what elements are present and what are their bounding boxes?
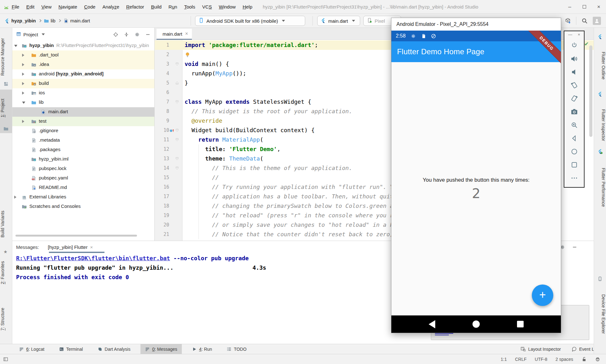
menu-vcs[interactable]: VCS — [199, 4, 215, 9]
folder-gray-icon[interactable] — [3, 126, 9, 131]
stripe-item-flutter-performance[interactable]: Flutter Performance — [594, 156, 606, 218]
project-panel-title[interactable]: Project — [23, 32, 38, 37]
project-tree-row[interactable]: main.dart — [12, 107, 155, 117]
stripe-item-resource-manager[interactable]: Resource Manager — [0, 33, 12, 81]
menu-help[interactable]: Help — [239, 4, 256, 9]
chevron-right-icon[interactable] — [22, 120, 24, 123]
emulator-zoom-button[interactable] — [564, 118, 584, 132]
breadcrumb-item[interactable]: lib — [44, 18, 56, 23]
console-link[interactable]: R:\Flutter\FlutterSDK\flutter\bin\flutte… — [16, 255, 170, 261]
project-tree-row[interactable]: YMLpubspec.yaml — [12, 173, 155, 183]
locate-icon[interactable] — [113, 32, 118, 37]
nav-overview-button[interactable] — [517, 321, 524, 327]
stripe-item-2-favorites[interactable]: 2: Favorites — [0, 257, 12, 288]
menu-code[interactable]: Code — [81, 4, 99, 9]
project-tree-row[interactable]: hyzp_yibinR:\FlutterProject\FlutterProje… — [12, 41, 155, 50]
flutter-green-icon[interactable] — [597, 149, 603, 154]
horizontal-scrollbar[interactable] — [15, 235, 137, 237]
minimize-icon[interactable]: – — [562, 4, 577, 10]
project-tree-row[interactable]: .idea — [12, 60, 155, 69]
status-item[interactable]: CRLF — [515, 357, 527, 362]
emulator-overview-button[interactable] — [564, 158, 584, 171]
hide-icon[interactable] — [572, 244, 577, 250]
menu-analyze[interactable]: Analyze — [99, 4, 122, 9]
search-icon[interactable] — [581, 18, 588, 24]
project-tree-row[interactable]: iREADME.md — [12, 183, 155, 192]
toolwindow-button-terminal[interactable]: Terminal — [55, 344, 87, 354]
breadcrumb-item[interactable]: hyzp_yibin — [4, 18, 36, 23]
project-tree-row[interactable]: .packages — [12, 145, 155, 155]
override-icon[interactable] — [169, 128, 175, 133]
status-item[interactable]: UTF-8 — [535, 357, 547, 362]
project-tree-row[interactable]: pubspec.lock — [12, 164, 155, 173]
chevron-down-icon[interactable] — [14, 45, 17, 47]
vertical-scrollbar[interactable] — [589, 45, 592, 137]
menu-run[interactable]: Run — [165, 4, 181, 9]
tool-window-toggle-icon[interactable] — [3, 357, 8, 362]
settings-icon[interactable] — [134, 32, 140, 37]
toolwindow-button-0-messages[interactable]: 0: Messages — [140, 344, 181, 354]
close-tab-icon[interactable]: × — [90, 244, 93, 250]
increment-fab-button[interactable]: + — [532, 285, 553, 306]
stripe-item-flutter-inspector[interactable]: Flutter Inspector — [594, 99, 606, 151]
fold-open-icon[interactable] — [175, 166, 179, 171]
flutter-icon[interactable] — [597, 34, 603, 39]
avatar[interactable] — [593, 17, 601, 25]
collapse-all-icon[interactable] — [124, 32, 129, 37]
project-tree-row[interactable]: Scratches and Consoles — [12, 202, 155, 211]
chevron-right-icon[interactable] — [22, 73, 24, 76]
emulator-screenshot-button[interactable] — [564, 105, 584, 118]
fold-open-icon[interactable] — [175, 62, 179, 67]
status-item[interactable]: 2 spaces — [556, 357, 573, 362]
chevron-right-icon[interactable] — [22, 91, 24, 95]
emulator-power-button[interactable] — [564, 39, 584, 52]
menu-build[interactable]: Build — [147, 4, 165, 9]
close-icon[interactable]: × — [591, 4, 606, 10]
status-item[interactable]: 1:1 — [501, 357, 507, 362]
menu-window[interactable]: Window — [215, 4, 239, 9]
tab-main-dart[interactable]: main.dart × — [157, 29, 192, 40]
chevron-right-icon[interactable] — [22, 63, 24, 66]
stripe-item-device-file-explorer[interactable]: Device File Explorer — [594, 284, 606, 344]
menu-file[interactable]: File — [8, 4, 23, 9]
close-icon[interactable]: × — [578, 32, 580, 39]
hide-icon[interactable] — [145, 32, 151, 37]
flutter-icon[interactable] — [597, 91, 603, 97]
toolwindow-button-todo[interactable]: TODO — [222, 344, 251, 354]
menu-navigate[interactable]: Navigate — [55, 4, 80, 9]
chevron-right-icon[interactable] — [22, 82, 24, 85]
chevron-right-icon[interactable] — [14, 196, 16, 199]
project-tree-row[interactable]: android [hyzp_yibin_android] — [12, 69, 155, 79]
stripe-item-build-variants[interactable]: Build Variants — [0, 204, 12, 244]
menu-view[interactable]: View — [38, 4, 55, 9]
emulator-rotate-left-button[interactable] — [564, 79, 584, 92]
project-tree-row[interactable]: .dart_tool — [12, 50, 155, 60]
toolwindow-button-layout-inspector[interactable]: Layout Inspector — [520, 344, 561, 354]
project-tree-row[interactable]: ios — [12, 88, 155, 98]
emulator-rotate-right-button[interactable] — [564, 92, 584, 105]
device-icon[interactable] — [597, 276, 603, 281]
menu-edit[interactable]: Edit — [23, 4, 38, 9]
emulator-home-button[interactable] — [564, 145, 584, 158]
toolwindow-button-6-logcat[interactable]: 6: Logcat — [15, 344, 49, 354]
project-tree-row[interactable]: .metadata — [12, 136, 155, 145]
bulb-icon[interactable] — [185, 52, 190, 57]
fold-open-icon[interactable] — [175, 99, 179, 104]
project-tree-row[interactable]: hyzp_yibin.iml — [12, 155, 155, 164]
menu-tools[interactable]: Tools — [181, 4, 199, 9]
stripe-item-1-project[interactable]: 1: Project — [0, 93, 12, 123]
breadcrumb-item[interactable]: main.dart — [63, 18, 90, 23]
minimize-icon[interactable]: — — [568, 32, 572, 39]
nav-back-button[interactable] — [429, 320, 435, 328]
device-selector[interactable]: Android SDK built for x86 (mobile) — [195, 16, 305, 26]
close-tab-icon[interactable]: × — [185, 31, 188, 37]
run-config-selector[interactable]: main.dart — [317, 16, 360, 26]
project-tree-row[interactable]: .gitignore — [12, 126, 155, 136]
inspection-ok-icon[interactable]: ✔ — [585, 41, 589, 47]
lock-icon[interactable] — [581, 356, 587, 362]
fold-end-icon[interactable] — [175, 80, 179, 85]
star-icon[interactable]: ★ — [3, 249, 9, 254]
emulator-volume-down-button[interactable] — [564, 65, 584, 79]
project-tree-row[interactable]: test — [12, 117, 155, 126]
emulator-volume-up-button[interactable] — [564, 52, 584, 65]
